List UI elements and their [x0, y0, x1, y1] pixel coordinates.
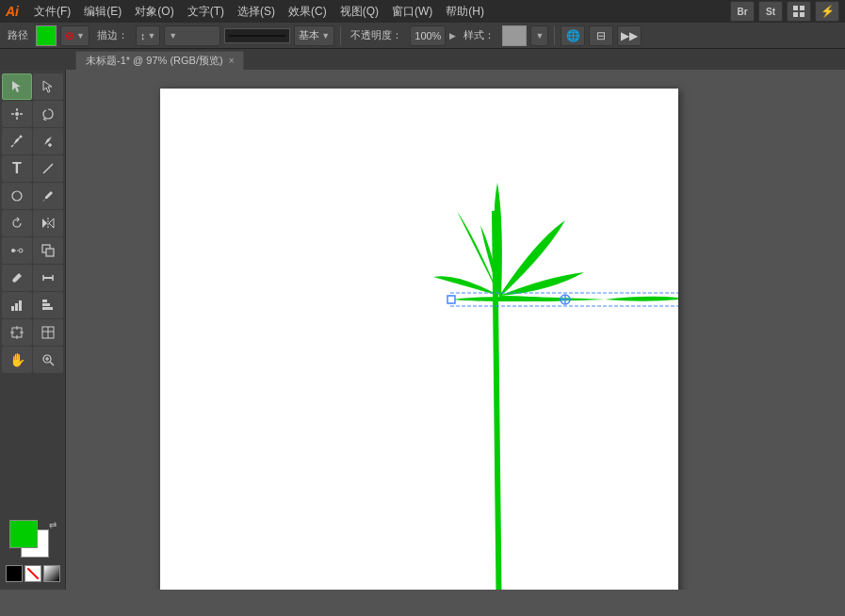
sep1 — [340, 26, 341, 45]
svg-line-44 — [50, 362, 54, 365]
menu-effect[interactable]: 效果(C) — [283, 2, 333, 22]
svg-point-21 — [11, 249, 15, 252]
gradient-swatch[interactable] — [43, 565, 60, 582]
menu-edit[interactable]: 编辑(E) — [78, 2, 127, 22]
stroke-preview — [224, 28, 290, 43]
measure-tool[interactable] — [33, 265, 63, 291]
svg-marker-19 — [49, 219, 54, 228]
opacity-chevron: ▶ — [449, 31, 456, 41]
column-graph-tool[interactable] — [2, 292, 32, 318]
type-tool[interactable]: T — [2, 155, 32, 182]
tool-row-2 — [2, 101, 63, 127]
stroke-width-dropdown[interactable]: ▼ — [164, 25, 220, 46]
opacity-label: 不透明度： — [347, 28, 406, 42]
menu-object[interactable]: 对象(O) — [129, 2, 179, 22]
bridge-btn[interactable]: Br — [730, 1, 755, 22]
svg-rect-34 — [42, 307, 53, 310]
fg-bg-swatches: ⇄ — [9, 520, 57, 561]
svg-marker-4 — [12, 81, 21, 92]
svg-marker-5 — [43, 81, 52, 92]
svg-rect-31 — [19, 300, 22, 311]
svg-line-13 — [11, 145, 13, 147]
artboard-tool[interactable] — [2, 319, 32, 346]
tool-row-1 — [2, 73, 63, 100]
svg-rect-26 — [43, 277, 53, 279]
tool-row-11: ✋ — [2, 347, 63, 373]
tool-row-7 — [2, 237, 63, 264]
pen-tool[interactable] — [2, 128, 32, 154]
tool-row-10 — [2, 319, 63, 346]
workspace-btn[interactable] — [787, 1, 811, 22]
foreground-swatch[interactable] — [9, 520, 38, 548]
none-swatch[interactable] — [24, 565, 41, 582]
tab-bar: 未标题-1* @ 97% (RGB/预览) × — [0, 49, 845, 70]
basic-dropdown[interactable]: 基本 ▼ — [294, 25, 334, 46]
svg-rect-30 — [15, 303, 18, 311]
scale-tool[interactable] — [33, 237, 63, 264]
slice-tool[interactable] — [33, 319, 63, 346]
paintbrush-tool[interactable] — [33, 183, 63, 209]
svg-rect-0 — [793, 6, 798, 10]
magic-wand-tool[interactable] — [2, 101, 32, 127]
menu-help[interactable]: 帮助(H) — [440, 2, 490, 22]
fill-color-swatch[interactable] — [36, 25, 57, 46]
reflect-tool[interactable] — [33, 210, 63, 236]
svg-rect-25 — [46, 249, 54, 256]
svg-line-16 — [43, 164, 53, 173]
svg-rect-29 — [11, 306, 14, 311]
tool-row-6 — [2, 210, 63, 236]
svg-rect-3 — [800, 12, 804, 17]
tool-row-4: T — [2, 155, 63, 182]
black-swatch[interactable] — [6, 565, 23, 582]
bar-graph-tool[interactable] — [33, 292, 63, 318]
canvas-area[interactable] — [66, 70, 845, 590]
hand-tool[interactable]: ✋ — [2, 347, 32, 373]
svg-point-22 — [19, 249, 23, 252]
more-icon[interactable]: ▶▶ — [617, 25, 642, 46]
opacity-value[interactable]: 100% — [410, 25, 446, 46]
direct-select-tool[interactable] — [33, 73, 63, 100]
stock-btn[interactable]: St — [758, 1, 783, 22]
ellipse-tool[interactable] — [2, 183, 32, 209]
top-right-icons: Br St ⚡ — [730, 1, 839, 22]
align-icon[interactable]: ⊟ — [589, 25, 613, 46]
menu-text[interactable]: 文字(T) — [182, 2, 230, 22]
top-toolbar: 路径 ⊘ ▼ 描边： ↕ ▼ ▼ 基本 ▼ 不透明度： 100% ▶ 样式： ▼… — [0, 23, 845, 49]
zoom-tool[interactable] — [33, 347, 63, 373]
main-layout: T — [0, 70, 845, 590]
lasso-tool[interactable] — [33, 101, 63, 127]
blend-tool[interactable] — [2, 237, 32, 264]
svg-rect-32 — [42, 300, 47, 302]
tab-close-btn[interactable]: × — [229, 56, 235, 66]
svg-marker-18 — [42, 219, 47, 228]
color-mode-row — [4, 565, 61, 582]
select-tool[interactable] — [2, 73, 32, 100]
tool-row-3 — [2, 128, 63, 154]
color-area: ⇄ — [2, 516, 63, 586]
line-tool[interactable] — [33, 155, 63, 182]
document-tab[interactable]: 未标题-1* @ 97% (RGB/预览) × — [75, 51, 244, 70]
brush-dropdown[interactable]: ⊘ ▼ — [60, 25, 89, 46]
style-swatch[interactable] — [502, 25, 527, 46]
canvas-document — [160, 89, 678, 590]
svg-point-17 — [12, 191, 22, 201]
tab-title: 未标题-1* @ 97% (RGB/预览) — [86, 54, 223, 68]
swap-colors-icon[interactable]: ⇄ — [49, 520, 57, 530]
menu-view[interactable]: 视图(Q) — [334, 2, 384, 22]
tool-row-5 — [2, 183, 63, 209]
menu-bar: 文件(F) 编辑(E) 对象(O) 文字(T) 选择(S) 效果(C) 视图(Q… — [28, 2, 730, 22]
title-bar: Ai 文件(F) 编辑(E) 对象(O) 文字(T) 选择(S) 效果(C) 视… — [0, 0, 845, 23]
style-dropdown[interactable]: ▼ — [530, 25, 548, 46]
svg-rect-2 — [793, 12, 798, 17]
globe-icon[interactable]: 🌐 — [561, 25, 585, 46]
menu-window[interactable]: 窗口(W) — [386, 2, 438, 22]
menu-select[interactable]: 选择(S) — [232, 2, 281, 22]
stroke-size-dropdown[interactable]: ↕ ▼ — [136, 25, 160, 46]
menu-file[interactable]: 文件(F) — [28, 2, 76, 22]
add-anchor-tool[interactable] — [33, 128, 63, 154]
eyedropper-tool[interactable] — [2, 265, 32, 291]
search-btn[interactable]: ⚡ — [815, 1, 839, 22]
rotate-tool[interactable] — [2, 210, 32, 236]
sep2 — [554, 26, 555, 45]
tool-row-9 — [2, 292, 63, 318]
